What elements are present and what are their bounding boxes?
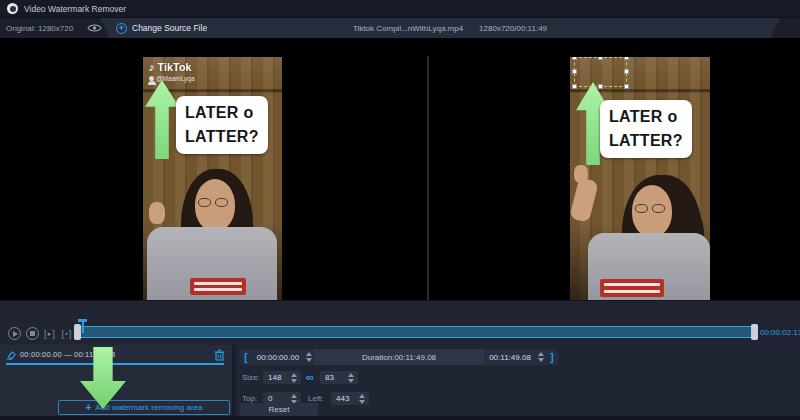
start-time-stepper[interactable] (304, 350, 314, 364)
timeline-track[interactable] (80, 326, 752, 338)
app-window: Video Watermark Remover Original: 1280x7… (0, 0, 800, 420)
size-label: Size: (242, 373, 260, 382)
resize-handle[interactable] (572, 84, 577, 89)
watermark-area-list-item[interactable]: 00:00:00.00 — 00:11:49.08 (0, 348, 232, 362)
start-time-input[interactable] (252, 349, 304, 365)
caption-line-2: LATTER? (609, 129, 683, 153)
caption-line-1: LATER o (185, 101, 259, 125)
tiktok-note-icon: ♪ (149, 61, 155, 73)
app-logo-icon (7, 3, 18, 14)
duration-display: Duration:00:11:49.08 (314, 349, 484, 365)
resize-handle[interactable] (624, 57, 629, 60)
toolbar-corner (770, 18, 800, 38)
left-label: Left: (308, 394, 324, 403)
preview-stop-button[interactable]: [▪] (60, 327, 73, 340)
original-resolution-label: Original: 1280x720 (6, 24, 73, 33)
preview-area: ♪ TikTok @MaamLyqa LATER o LATTER? (0, 38, 800, 300)
end-time-input[interactable] (484, 349, 536, 365)
playhead-marker[interactable] (78, 319, 87, 333)
change-source-file-label: Change Source File (132, 23, 207, 33)
watermark-area-list-panel: 00:00:00.00 — 00:11:49.08 + Add watermar… (0, 345, 232, 416)
width-field[interactable] (263, 371, 301, 384)
change-source-file-button[interactable]: + Change Source File (110, 18, 213, 38)
shirt-patch (600, 279, 664, 297)
caption-bubble: LATER o LATTER? (176, 96, 268, 154)
resize-handle[interactable] (598, 84, 603, 89)
shirt-patch (190, 278, 246, 295)
add-watermark-area-label: Add watermark removing area (95, 403, 202, 412)
up-arrow-annotation (145, 80, 179, 159)
eye-icon[interactable] (87, 23, 102, 33)
height-input[interactable] (320, 371, 346, 384)
toolbar: Original: 1280x720 + Change Source File … (0, 18, 800, 38)
time-range-row: [ Duration:00:11:49.08 ] (240, 349, 558, 365)
file-name: Tiktok Compil...nWithLyqa.mp4 (353, 24, 463, 33)
file-meta: Tiktok Compil...nWithLyqa.mp4 1280x720/0… (353, 18, 547, 38)
caption-line-1: LATER o (609, 105, 683, 129)
preview-play-button[interactable]: [▸] (43, 327, 56, 340)
pane-divider (427, 56, 429, 300)
file-info: 1280x720/00:11:49 (479, 24, 547, 33)
transport-bar: [▸] [▪] 00:00:02.13/0 (0, 300, 800, 345)
area-properties-panel: [ Duration:00:11:49.08 ] Size: ∞ Top: (236, 345, 800, 416)
set-start-bracket-button[interactable]: [ (240, 352, 252, 363)
current-time-display: 00:00:02.13/0 (760, 328, 800, 337)
link-ratio-icon[interactable]: ∞ (306, 371, 314, 383)
top-label: Top: (242, 394, 257, 403)
caption-bubble: LATER o LATTER? (600, 100, 692, 158)
original-video-preview: ♪ TikTok @MaamLyqa LATER o LATTER? (143, 57, 282, 300)
user-icon (149, 76, 154, 81)
eraser-icon (6, 350, 16, 360)
original-resolution-tab[interactable]: Original: 1280x720 (0, 18, 110, 38)
left-field[interactable] (331, 392, 369, 405)
watermark-selection-box[interactable] (574, 57, 627, 87)
title-bar: Video Watermark Remover (0, 0, 800, 18)
add-watermark-area-button[interactable]: + Add watermark removing area (58, 400, 230, 415)
tiktok-watermark: ♪ TikTok @MaamLyqa (149, 61, 195, 82)
height-field[interactable] (320, 371, 358, 384)
timeline-right-handle[interactable] (751, 324, 758, 340)
play-button[interactable] (8, 327, 21, 340)
footer-strip (0, 416, 800, 420)
add-icon: + (116, 23, 127, 34)
width-stepper[interactable] (289, 372, 299, 384)
selected-item-underline (6, 363, 224, 365)
resize-handle[interactable] (624, 84, 629, 89)
person-glasses (635, 204, 665, 213)
app-title: Video Watermark Remover (24, 4, 126, 14)
person-hand (149, 202, 165, 224)
resize-handle[interactable] (572, 57, 577, 60)
caption-line-2: LATTER? (185, 125, 259, 149)
reset-button[interactable]: Reset (240, 403, 318, 416)
resize-handle[interactable] (572, 69, 577, 74)
left-input[interactable] (331, 392, 357, 405)
plus-icon: + (86, 403, 92, 413)
width-input[interactable] (263, 371, 289, 384)
height-stepper[interactable] (346, 372, 356, 384)
person-arm (570, 177, 599, 223)
resize-handle[interactable] (598, 57, 603, 60)
person-glasses (198, 198, 228, 207)
resize-handle[interactable] (624, 69, 629, 74)
tiktok-logo-text: TikTok (158, 61, 192, 73)
trash-icon[interactable] (214, 349, 225, 361)
left-stepper[interactable] (357, 393, 367, 405)
set-end-bracket-button[interactable]: ] (546, 352, 558, 363)
output-video-preview[interactable]: LATER o LATTER? (570, 57, 710, 300)
bottom-section: 00:00:00.00 — 00:11:49.08 + Add watermar… (0, 345, 800, 416)
stop-button[interactable] (26, 327, 39, 340)
end-time-stepper[interactable] (536, 350, 546, 364)
